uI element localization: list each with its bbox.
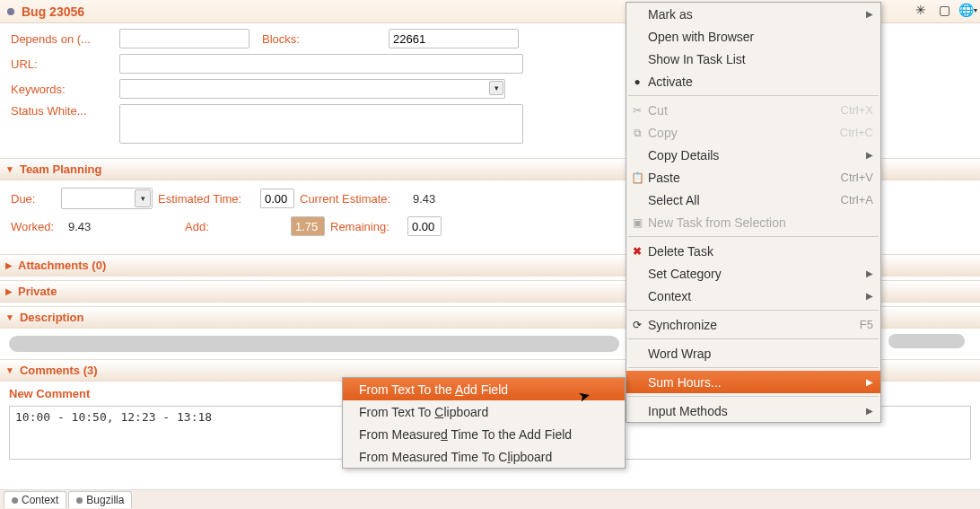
url-input[interactable] — [119, 54, 523, 74]
submenu-arrow-icon: ▶ — [866, 268, 873, 278]
submenu-arrow-icon: ▶ — [866, 406, 873, 416]
activate-icon: ● — [630, 75, 644, 88]
worked-value: 9.43 — [68, 220, 179, 233]
url-label: URL: — [11, 57, 114, 71]
menu-separator — [628, 396, 879, 397]
menu-set-category[interactable]: Set Category▶ — [626, 262, 880, 285]
tab-bullet-icon — [12, 497, 18, 504]
keywords-label: Keywords: — [11, 83, 114, 96]
menu-separator — [628, 95, 879, 96]
menu-paste[interactable]: 📋PasteCtrl+V — [626, 166, 880, 189]
due-label: Due: — [11, 192, 56, 206]
collapse-icon: ▶ — [5, 260, 13, 270]
submenu-arrow-icon: ▶ — [866, 150, 873, 160]
sync-icon: ⟳ — [630, 319, 644, 331]
tab-label: Context — [22, 494, 58, 506]
copy-icon: ⧉ — [630, 127, 644, 139]
expand-icon: ▼ — [5, 164, 14, 174]
bug-bullet-icon — [7, 8, 14, 15]
submenu-measured-to-add[interactable]: From Measured Time To the Add Field — [343, 423, 625, 445]
remaining-label: Remaining: — [330, 220, 402, 233]
worked-label: Worked: — [11, 220, 63, 233]
sync-icon[interactable]: ✳ — [914, 3, 928, 17]
box-icon[interactable]: ▢ — [937, 3, 951, 17]
redacted-spot — [888, 334, 965, 348]
bug-title: Bug 23056 — [22, 4, 84, 19]
menu-separator — [628, 310, 879, 311]
menu-show-task-list[interactable]: Show In Task List — [626, 48, 880, 70]
tab-bugzilla[interactable]: Bugzilla — [68, 491, 132, 508]
menu-synchronize[interactable]: ⟳SynchronizeF5 — [626, 313, 880, 336]
tab-bullet-icon — [76, 497, 83, 504]
section-title: Description — [20, 311, 84, 324]
menu-context[interactable]: Context▶ — [626, 285, 880, 307]
menu-select-all[interactable]: Select AllCtrl+A — [626, 189, 880, 211]
add-input[interactable] — [291, 216, 325, 236]
tab-context[interactable]: Context — [4, 491, 66, 508]
section-title: Comments (3) — [20, 364, 98, 377]
menu-mark-as[interactable]: Mark as▶ — [626, 3, 880, 25]
menu-copy-details[interactable]: Copy Details▶ — [626, 144, 880, 166]
redacted-description — [9, 336, 619, 352]
blocks-label: Blocks: — [262, 32, 383, 46]
sum-hours-submenu: From Text To the Add Field From Text To … — [342, 377, 626, 469]
status-whiteboard-label: Status White... — [11, 104, 114, 118]
submenu-arrow-icon: ▶ — [866, 9, 873, 19]
menu-word-wrap[interactable]: Word Wrap — [626, 342, 880, 364]
globe-icon[interactable]: 🌐▾ — [960, 3, 975, 17]
keywords-input[interactable] — [119, 79, 505, 99]
comment-text: 10:00 - 10:50, 12:23 - 13:18 — [15, 410, 212, 424]
est-input[interactable] — [260, 189, 294, 208]
menu-separator — [628, 236, 879, 237]
delete-icon: ✖ — [630, 245, 644, 258]
keywords-dropdown-icon[interactable]: ▾ — [489, 81, 503, 95]
task-icon: ▣ — [630, 216, 644, 229]
tab-label: Bugzilla — [86, 494, 124, 506]
section-title: Private — [18, 285, 57, 298]
add-label: Add: — [185, 220, 285, 233]
submenu-text-to-add[interactable]: From Text To the Add Field — [343, 378, 625, 400]
menu-copy: ⧉CopyCtrl+C — [626, 121, 880, 144]
depends-label: Depends on (... — [11, 32, 114, 46]
section-title: Team Planning — [20, 162, 102, 176]
footer-tabs: Context Bugzilla — [0, 489, 980, 509]
menu-activate[interactable]: ●Activate — [626, 70, 880, 92]
expand-icon: ▼ — [5, 365, 14, 375]
blocks-input[interactable] — [389, 29, 519, 48]
date-picker-icon[interactable]: ▾ — [135, 189, 151, 207]
cur-est-label: Current Estimate: — [300, 192, 407, 206]
paste-icon: 📋 — [630, 171, 644, 184]
depends-input[interactable] — [119, 29, 249, 48]
menu-sum-hours[interactable]: Sum Hours...▶ — [626, 371, 880, 393]
submenu-arrow-icon: ▶ — [866, 377, 873, 387]
context-menu: Mark as▶ Open with Browser Show In Task … — [626, 2, 881, 423]
est-label: Estimated Time: — [158, 192, 255, 206]
menu-new-task: ▣New Task from Selection — [626, 211, 880, 233]
remaining-input[interactable] — [407, 216, 442, 236]
submenu-text-to-clipboard[interactable]: From Text To Clipboard — [343, 400, 625, 423]
menu-separator — [628, 338, 879, 339]
menu-delete-task[interactable]: ✖Delete Task — [626, 240, 880, 262]
menu-input-methods[interactable]: Input Methods▶ — [626, 399, 880, 422]
expand-icon: ▼ — [5, 312, 14, 322]
status-whiteboard-input[interactable] — [119, 104, 523, 144]
menu-cut: ✂CutCtrl+X — [626, 99, 880, 121]
cut-icon: ✂ — [630, 104, 644, 117]
menu-open-browser[interactable]: Open with Browser — [626, 25, 880, 48]
submenu-measured-to-clipboard[interactable]: From Measured Time To Clipboard — [343, 445, 625, 468]
collapse-icon: ▶ — [5, 286, 13, 296]
submenu-arrow-icon: ▶ — [866, 291, 873, 301]
cur-est-value: 9.43 — [413, 192, 435, 206]
menu-separator — [628, 367, 879, 368]
section-title: Attachments (0) — [18, 259, 106, 272]
header-actions: ✳ ▢ 🌐▾ — [914, 3, 975, 17]
due-date-input[interactable]: ▾ — [61, 188, 153, 209]
